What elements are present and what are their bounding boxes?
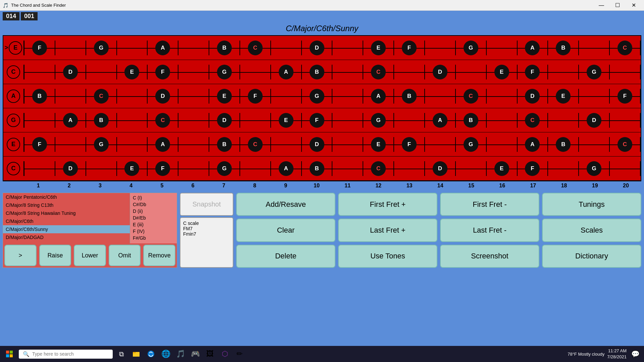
note-1-3[interactable]: E — [124, 65, 139, 79]
note-5-4[interactable]: F — [155, 161, 170, 176]
fret-cell-3-7[interactable] — [240, 113, 271, 128]
fret-cell-4-6[interactable]: B — [209, 137, 240, 152]
fret-cell-5-7[interactable] — [240, 161, 271, 176]
fret-cell-4-7[interactable]: C — [240, 137, 271, 152]
note-0-19[interactable]: C — [618, 41, 632, 55]
fret-cell-5-18[interactable]: G — [579, 161, 610, 176]
fret-cell-4-9[interactable]: D — [302, 137, 333, 152]
fret-cell-3-0[interactable] — [24, 113, 55, 128]
fret-cell-0-13[interactable] — [425, 41, 456, 55]
note-2-4[interactable]: D — [155, 89, 170, 104]
edge-icon[interactable] — [145, 348, 157, 360]
chord-list-item-5[interactable]: D/Major/DADGAD — [3, 233, 130, 241]
fret-cell-1-4[interactable]: F — [148, 65, 178, 79]
fret-cell-1-3[interactable]: E — [117, 65, 148, 79]
fret-cell-3-3[interactable] — [117, 113, 148, 128]
note-3-6[interactable]: D — [217, 113, 232, 128]
fret-cell-1-18[interactable]: G — [579, 65, 610, 79]
fret-cell-3-11[interactable]: G — [363, 113, 394, 128]
fret-cell-5-17[interactable] — [548, 161, 579, 176]
fret-cell-0-17[interactable]: B — [548, 41, 579, 55]
fret-cell-2-17[interactable]: E — [548, 89, 579, 104]
fret-cell-1-10[interactable] — [332, 65, 363, 79]
note-2-9[interactable]: G — [310, 89, 324, 104]
note-5-9[interactable]: B — [310, 161, 324, 176]
action-btn-row2-0[interactable]: Clear — [236, 219, 335, 242]
fret-cell-2-1[interactable] — [55, 89, 86, 104]
note-0-9[interactable]: D — [310, 41, 324, 55]
note-0-2[interactable]: G — [94, 41, 109, 55]
bottom-btn-4[interactable]: Remove — [143, 245, 175, 266]
fret-cell-4-0[interactable]: F — [24, 137, 55, 152]
note-3-18[interactable]: D — [587, 113, 601, 128]
action-btn-row1-2[interactable]: First Fret - — [440, 193, 539, 216]
fret-cell-0-9[interactable]: D — [302, 41, 333, 55]
action-btn-row2-3[interactable]: Scales — [542, 219, 641, 242]
fret-cell-4-1[interactable] — [55, 137, 86, 152]
note-5-15[interactable]: E — [494, 161, 509, 176]
fret-cell-4-12[interactable]: F — [394, 137, 425, 152]
note-2-11[interactable]: A — [371, 89, 386, 104]
fret-cell-2-11[interactable]: A — [363, 89, 394, 104]
fret-cell-2-9[interactable]: G — [302, 89, 333, 104]
fret-cell-0-12[interactable]: F — [394, 41, 425, 55]
fret-cell-2-8[interactable] — [271, 89, 302, 104]
note-2-7[interactable]: F — [248, 89, 263, 104]
note-3-11[interactable]: G — [371, 113, 386, 128]
fret-cell-4-18[interactable] — [579, 137, 610, 152]
action-btn-row1-1[interactable]: First Fret + — [338, 193, 437, 216]
fret-cell-3-1[interactable]: A — [55, 113, 86, 128]
fret-cell-4-8[interactable] — [271, 137, 302, 152]
fret-cell-1-5[interactable] — [178, 65, 209, 79]
fret-cell-2-2[interactable]: C — [86, 89, 117, 104]
action-btn-row2-1[interactable]: Last Fret + — [338, 219, 437, 242]
fret-cell-5-0[interactable] — [24, 161, 55, 176]
fret-cell-1-13[interactable]: D — [425, 65, 456, 79]
action-btn-row3-3[interactable]: Dictionary — [542, 245, 641, 268]
bottom-btn-3[interactable]: Omit — [109, 245, 141, 266]
steam-icon[interactable]: 🎮 — [189, 348, 201, 360]
note-4-16[interactable]: A — [525, 137, 540, 152]
note-3-13[interactable]: A — [433, 113, 447, 128]
note-4-9[interactable]: D — [310, 137, 324, 152]
fret-cell-5-14[interactable] — [456, 161, 487, 176]
fret-cell-1-15[interactable]: E — [487, 65, 518, 79]
fret-cell-1-8[interactable]: A — [271, 65, 302, 79]
fret-cell-3-19[interactable] — [610, 113, 641, 128]
fret-cell-0-14[interactable]: G — [456, 41, 487, 55]
bottom-btn-2[interactable]: Lower — [74, 245, 106, 266]
app-icon-2[interactable]: 🖼 — [204, 348, 216, 360]
note-3-14[interactable]: B — [464, 113, 478, 128]
fret-cell-0-0[interactable]: F — [24, 41, 55, 55]
fret-cell-4-13[interactable] — [425, 137, 456, 152]
fret-cell-0-7[interactable]: C — [240, 41, 271, 55]
fret-cell-0-18[interactable] — [579, 41, 610, 55]
note-1-6[interactable]: G — [217, 65, 232, 79]
fret-cell-4-10[interactable] — [332, 137, 363, 152]
vs-icon[interactable]: ⬡ — [219, 348, 231, 360]
bottom-btn-0[interactable]: > — [4, 245, 37, 266]
fret-cell-1-14[interactable] — [456, 65, 487, 79]
string-circle-1[interactable]: C — [7, 65, 20, 79]
note-4-19[interactable]: C — [618, 137, 632, 152]
fret-cell-2-15[interactable] — [487, 89, 518, 104]
note-4-12[interactable]: F — [402, 137, 417, 152]
note-2-14[interactable]: C — [464, 89, 478, 104]
fret-cell-2-5[interactable] — [178, 89, 209, 104]
fret-cell-5-8[interactable]: A — [271, 161, 302, 176]
fret-cell-5-16[interactable]: F — [518, 161, 548, 176]
fret-cell-1-12[interactable] — [394, 65, 425, 79]
fret-cell-5-15[interactable]: E — [487, 161, 518, 176]
note-3-4[interactable]: C — [155, 113, 170, 128]
fret-cell-0-2[interactable]: G — [86, 41, 117, 55]
chord-list-item-0[interactable]: C/Major Pentatonic/C6th — [3, 193, 130, 201]
fret-cell-2-16[interactable]: D — [518, 89, 548, 104]
fret-cell-2-3[interactable] — [117, 89, 148, 104]
fret-cell-5-11[interactable]: C — [363, 161, 394, 176]
action-btn-row1-0[interactable]: Add/Resave — [236, 193, 335, 216]
note-4-6[interactable]: B — [217, 137, 232, 152]
action-btn-row1-3[interactable]: Tunings — [542, 193, 641, 216]
fret-cell-5-3[interactable]: E — [117, 161, 148, 176]
fret-cell-1-1[interactable]: D — [55, 65, 86, 79]
chord-list-item-1[interactable]: C/Major/8 String C13th — [3, 201, 130, 209]
